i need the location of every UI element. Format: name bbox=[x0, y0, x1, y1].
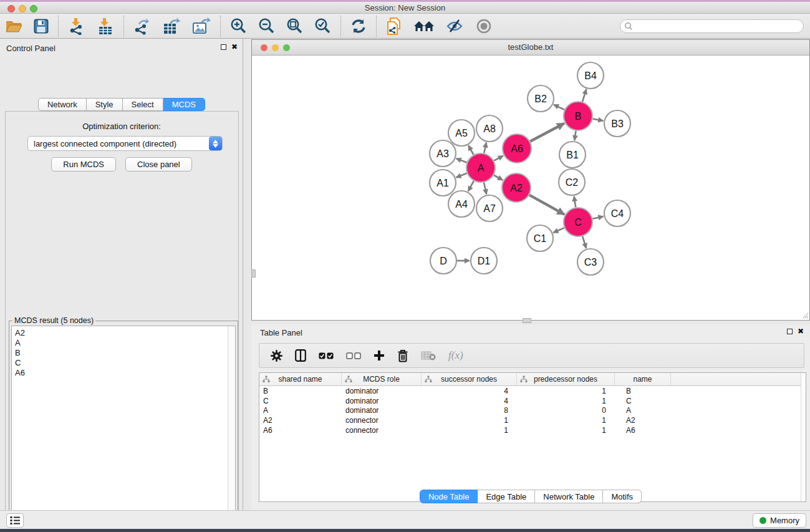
cell-MCDS-role[interactable]: dominator bbox=[342, 397, 422, 405]
edge-A-A1[interactable] bbox=[456, 173, 466, 178]
tab-edge-table[interactable]: Edge Table bbox=[478, 490, 535, 503]
tab-mcds[interactable]: MCDS bbox=[163, 98, 205, 111]
run-mcds-button[interactable]: Run MCDS bbox=[51, 157, 116, 172]
edge-A-A7[interactable] bbox=[484, 182, 486, 194]
zoom-fit-button[interactable] bbox=[281, 16, 309, 37]
delete-rows-button[interactable] bbox=[397, 349, 408, 362]
import-table-button[interactable] bbox=[91, 16, 120, 37]
show-columns-button[interactable] bbox=[295, 349, 306, 362]
search-field[interactable] bbox=[620, 19, 804, 33]
task-history-button[interactable] bbox=[6, 513, 24, 528]
cell-shared-name[interactable]: A2 bbox=[259, 416, 342, 425]
optimization-criterion-dropdown[interactable]: largest connected component (directed) bbox=[27, 136, 223, 151]
edge-C-C4[interactable] bbox=[592, 216, 603, 219]
network-window-titlebar[interactable]: testGlobe.txt bbox=[252, 40, 809, 56]
close-panel-icon[interactable]: ✖ bbox=[231, 44, 238, 50]
node-A8[interactable]: A8 bbox=[476, 115, 503, 142]
column-header-MCDS-role[interactable]: MCDS role bbox=[342, 373, 422, 385]
table-row[interactable]: A2connector11A2 bbox=[259, 415, 806, 425]
cell-predecessor-nodes[interactable]: 1 bbox=[517, 426, 615, 435]
show-hide-panel-button[interactable] bbox=[470, 16, 498, 37]
cell-shared-name[interactable]: A6 bbox=[259, 426, 342, 435]
mcds-result-item[interactable]: A2 bbox=[12, 328, 235, 338]
zoom-in-button[interactable] bbox=[224, 16, 253, 37]
cell-predecessor-nodes[interactable]: 0 bbox=[517, 406, 615, 415]
column-header-successor-nodes[interactable]: successor nodes bbox=[422, 373, 517, 385]
cell-successor-nodes[interactable]: 4 bbox=[422, 387, 517, 395]
cell-predecessor-nodes[interactable]: 1 bbox=[517, 416, 615, 425]
table-settings-button[interactable] bbox=[271, 350, 282, 362]
refresh-button[interactable] bbox=[345, 16, 372, 37]
new-session-from-network-button[interactable] bbox=[380, 16, 408, 37]
mcds-result-item[interactable]: C bbox=[12, 358, 235, 368]
edge-A-A5[interactable] bbox=[468, 145, 473, 155]
edge-B-B1[interactable] bbox=[574, 131, 576, 140]
cell-MCDS-role[interactable]: dominator bbox=[342, 406, 422, 415]
add-row-button[interactable] bbox=[374, 350, 385, 361]
cell-MCDS-role[interactable]: connector bbox=[342, 416, 422, 425]
node-A2[interactable]: A2 bbox=[502, 173, 531, 202]
cell-shared-name[interactable]: C bbox=[259, 397, 342, 405]
node-A6[interactable]: A6 bbox=[503, 134, 531, 163]
node-B3[interactable]: B3 bbox=[604, 110, 630, 137]
mcds-result-list[interactable]: A2ABCA6 bbox=[11, 326, 236, 532]
node-C[interactable]: C bbox=[564, 208, 592, 236]
node-C3[interactable]: C3 bbox=[577, 249, 604, 275]
cell-successor-nodes[interactable]: 8 bbox=[422, 406, 517, 415]
node-B2[interactable]: B2 bbox=[528, 85, 554, 112]
float-panel-icon[interactable] bbox=[221, 44, 226, 50]
node-D[interactable]: D bbox=[430, 248, 456, 274]
column-header-predecessor-nodes[interactable]: predecessor nodes bbox=[517, 373, 615, 385]
tab-motifs[interactable]: Motifs bbox=[603, 490, 642, 503]
save-session-button[interactable] bbox=[28, 16, 54, 37]
edge-C-C3[interactable] bbox=[582, 236, 586, 248]
import-network-button[interactable] bbox=[62, 16, 91, 37]
edge-A-A8[interactable] bbox=[484, 142, 486, 153]
node-C4[interactable]: C4 bbox=[604, 200, 630, 226]
delete-table-button[interactable] bbox=[421, 351, 436, 360]
cell-successor-nodes[interactable]: 1 bbox=[422, 416, 517, 425]
table-row[interactable]: Cdominator41C bbox=[259, 396, 806, 406]
node-A3[interactable]: A3 bbox=[430, 140, 456, 167]
zoom-out-button[interactable] bbox=[253, 16, 281, 37]
edge-B-B3[interactable] bbox=[593, 118, 604, 120]
mcds-result-item[interactable]: A bbox=[12, 338, 235, 348]
hide-graphics-details-button[interactable] bbox=[440, 16, 470, 37]
node-B1[interactable]: B1 bbox=[559, 142, 586, 168]
column-header-name[interactable]: name bbox=[615, 373, 671, 385]
memory-button[interactable]: Memory bbox=[753, 513, 806, 528]
tab-network[interactable]: Network bbox=[38, 98, 87, 111]
search-input[interactable] bbox=[635, 21, 803, 32]
edge-A-A2[interactable] bbox=[494, 175, 503, 180]
node-A4[interactable]: A4 bbox=[448, 191, 475, 217]
tab-network-table[interactable]: Network Table bbox=[535, 490, 603, 503]
open-file-button[interactable] bbox=[0, 16, 28, 37]
edge-A2-C[interactable] bbox=[529, 195, 564, 215]
node-C1[interactable]: C1 bbox=[527, 225, 553, 251]
window-resize-grip[interactable] bbox=[801, 311, 809, 319]
cell-shared-name[interactable]: B bbox=[259, 387, 342, 395]
export-network-button[interactable] bbox=[128, 16, 157, 37]
mcds-result-item[interactable]: A6 bbox=[12, 368, 235, 378]
cell-successor-nodes[interactable]: 4 bbox=[422, 397, 517, 405]
table-row[interactable]: A6connector11A6 bbox=[259, 425, 806, 435]
float-table-panel-icon[interactable] bbox=[787, 329, 793, 334]
close-table-panel-icon[interactable]: ✖ bbox=[798, 328, 804, 334]
zoom-selected-button[interactable] bbox=[309, 16, 337, 37]
column-header-shared-name[interactable]: shared name bbox=[259, 373, 342, 385]
node-B4[interactable]: B4 bbox=[577, 62, 604, 89]
node-table[interactable]: shared nameMCDS rolesuccessor nodesprede… bbox=[259, 372, 806, 502]
cell-MCDS-role[interactable]: dominator bbox=[342, 387, 422, 395]
deselect-all-button[interactable] bbox=[346, 352, 361, 359]
table-row[interactable]: Adominator80A bbox=[259, 406, 806, 416]
cell-predecessor-nodes[interactable]: 1 bbox=[517, 397, 615, 405]
cell-name[interactable]: A6 bbox=[615, 426, 671, 435]
node-A[interactable]: A bbox=[466, 153, 495, 182]
node-A5[interactable]: A5 bbox=[448, 120, 475, 146]
tab-node-table[interactable]: Node Table bbox=[420, 490, 478, 503]
pane-divider-handle[interactable] bbox=[251, 269, 256, 278]
mcds-result-item[interactable]: B bbox=[12, 348, 235, 358]
edge-A-A6[interactable] bbox=[494, 156, 503, 161]
cell-name[interactable]: A bbox=[615, 406, 671, 415]
cell-name[interactable]: B bbox=[615, 387, 671, 395]
